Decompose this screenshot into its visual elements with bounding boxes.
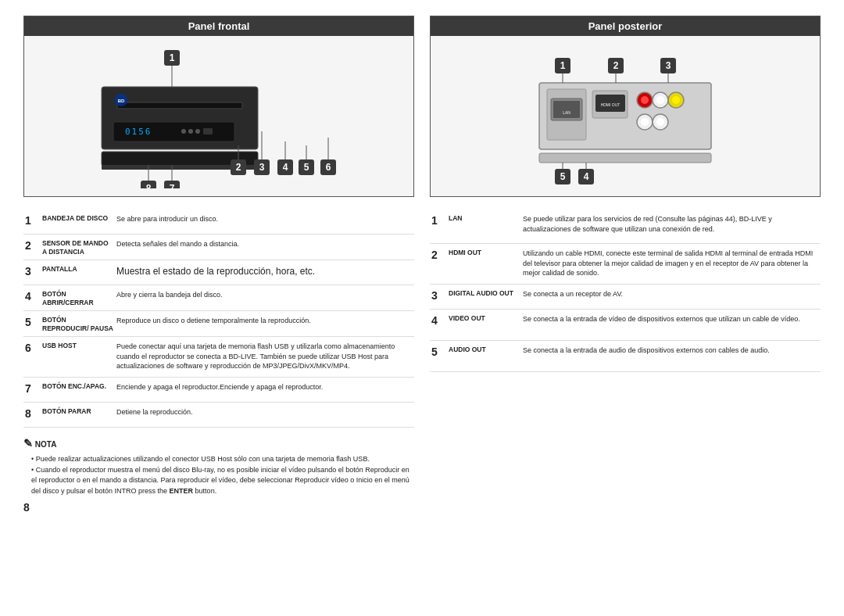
nota-item-1: Puede realizar actualizaciones utilizand… (31, 454, 414, 465)
nota-item-2: Cuando el reproductor muestra el menú de… (31, 465, 414, 497)
post-item-desc-2: Utilizando un cable HDMI, conecte este t… (523, 247, 819, 278)
item-desc-7: Enciende y apaga el reproductor.Enciende… (116, 381, 413, 392)
post-item-num-3: 3 (431, 288, 449, 302)
svg-text:HDMI OUT: HDMI OUT (601, 102, 620, 107)
svg-rect-54 (539, 153, 711, 163)
panel-frontal-image: BD 0156 1 (24, 36, 413, 196)
frontal-item-3: 3 PANTALLA Muestra el estado de la repro… (23, 260, 414, 285)
svg-point-47 (656, 96, 664, 104)
frontal-item-2: 2 SENSOR DE MANDO A DISTANCIA Detecta se… (23, 235, 414, 260)
svg-text:4: 4 (584, 171, 589, 182)
item-num-2: 2 (25, 238, 42, 252)
item-desc-4: Abre y cierra la bandeja del disco. (116, 288, 413, 300)
post-item-desc-4: Se conecta a la entrada de vídeo de disp… (523, 313, 819, 324)
svg-text:8: 8 (146, 183, 152, 188)
page-number: 8 (23, 501, 414, 514)
post-item-desc-3: Se conecta a un receptor de AV. (523, 288, 819, 299)
item-num-4: 4 (25, 288, 42, 303)
svg-point-49 (672, 96, 680, 104)
posterior-item-2: 2 HDMI OUT Utilizando un cable HDMI, con… (430, 244, 821, 285)
svg-rect-1 (117, 102, 242, 109)
post-item-name-4: VIDEO OUT (449, 313, 523, 323)
item-desc-1: Se abre para introducir un disco. (116, 213, 413, 224)
svg-text:3: 3 (259, 162, 265, 173)
svg-point-45 (641, 96, 649, 104)
svg-text:0156: 0156 (125, 127, 152, 137)
panel-posterior-image: LAN HDMI OUT (431, 36, 820, 196)
item-desc-8: Detiene la reproducción. (116, 406, 413, 417)
svg-text:6: 6 (326, 162, 331, 173)
posterior-item-4: 4 VIDEO OUT Se conecta a la entrada de v… (430, 310, 821, 341)
post-item-name-1: LAN (449, 213, 523, 223)
posterior-item-1: 1 LAN Se puede utilizar para los servici… (430, 210, 821, 244)
svg-point-51 (641, 118, 649, 126)
svg-text:2: 2 (613, 60, 619, 71)
svg-rect-39 (553, 101, 580, 118)
panel-frontal-header: Panel frontal (24, 16, 413, 36)
item-desc-2: Detecta señales del mando a distancia. (116, 238, 413, 249)
post-item-num-5: 5 (431, 344, 449, 358)
item-name-8: BOTÓN PARAR (42, 406, 116, 416)
frontal-illustration: BD 0156 1 (86, 44, 352, 188)
item-name-6: USB HOST (42, 340, 116, 350)
svg-text:BD: BD (118, 98, 125, 103)
posterior-illustration: LAN HDMI OUT (492, 44, 758, 188)
svg-rect-9 (203, 128, 213, 134)
item-name-4: BOTÓN ABRIR/CERRAR (42, 288, 116, 307)
post-item-name-5: AUDIO OUT (449, 344, 523, 354)
svg-text:2: 2 (236, 162, 241, 173)
frontal-item-1: 1 BANDEJA DE DISCO Se abre para introduc… (23, 210, 414, 235)
post-item-num-4: 4 (431, 313, 449, 327)
item-name-1: BANDEJA DE DISCO (42, 213, 116, 223)
posterior-table: 1 LAN Se puede utilizar para los servici… (430, 210, 821, 514)
item-name-3: PANTALLA (42, 263, 116, 274)
post-item-desc-5: Se conecta a la entrada de audio de disp… (523, 344, 819, 356)
item-num-7: 7 (25, 381, 42, 395)
item-name-2: SENSOR DE MANDO A DISTANCIA (42, 238, 116, 256)
nota-title: ✎ NOTA (23, 435, 414, 452)
post-item-num-2: 2 (431, 247, 449, 261)
panel-frontal-title: Panel frontal (188, 20, 250, 32)
nota-list: Puede realizar actualizaciones utilizand… (23, 454, 414, 496)
svg-text:3: 3 (666, 60, 671, 71)
svg-point-6 (181, 129, 186, 134)
item-name-7: BOTÓN ENC./APAG. (42, 381, 116, 391)
frontal-item-5: 5 BOTÓN REPRODUCIR/ PAUSA Reproduce un d… (23, 311, 414, 337)
item-num-1: 1 (25, 213, 42, 227)
post-item-desc-1: Se puede utilizar para los servicios de … (523, 213, 819, 234)
frontal-item-6: 6 USB HOST Puede conectar aquí una tarje… (23, 337, 414, 378)
svg-point-53 (656, 118, 664, 126)
item-num-3: 3 (25, 263, 42, 278)
svg-text:LAN: LAN (563, 110, 570, 115)
frontal-item-4: 4 BOTÓN ABRIR/CERRAR Abre y cierra la ba… (23, 285, 414, 311)
svg-text:1: 1 (170, 52, 175, 63)
item-num-8: 8 (25, 406, 42, 420)
panel-frontal: Panel frontal BD 0156 (23, 16, 414, 197)
item-num-6: 6 (25, 340, 42, 354)
svg-text:5: 5 (560, 171, 566, 182)
svg-point-7 (188, 129, 193, 134)
item-num-5: 5 (25, 314, 42, 328)
svg-text:1: 1 (560, 60, 566, 71)
frontal-table: 1 BANDEJA DE DISCO Se abre para introduc… (23, 210, 414, 514)
nota-section: ✎ NOTA Puede realizar actualizaciones ut… (23, 435, 414, 496)
svg-text:4: 4 (283, 162, 288, 173)
svg-text:5: 5 (304, 162, 309, 173)
item-desc-5: Reproduce un disco o detiene temporalmen… (116, 314, 413, 326)
panel-posterior: Panel posterior LAN HDMI OUT (430, 16, 821, 197)
panel-posterior-title: Panel posterior (588, 20, 663, 32)
post-item-name-3: DIGITAL AUDIO OUT (449, 288, 523, 298)
post-item-name-2: HDMI OUT (449, 247, 523, 257)
frontal-item-7: 7 BOTÓN ENC./APAG. Enciende y apaga el r… (23, 378, 414, 403)
item-name-5: BOTÓN REPRODUCIR/ PAUSA (42, 314, 116, 333)
panel-posterior-header: Panel posterior (431, 16, 820, 36)
svg-text:7: 7 (170, 183, 175, 188)
item-desc-3: Muestra el estado de la reproducción, ho… (116, 263, 413, 278)
frontal-item-8: 8 BOTÓN PARAR Detiene la reproducción. (23, 403, 414, 428)
post-item-num-1: 1 (431, 213, 449, 227)
item-desc-6: Puede conectar aquí una tarjeta de memor… (116, 340, 413, 371)
posterior-item-5: 5 AUDIO OUT Se conecta a la entrada de a… (430, 341, 821, 372)
svg-point-8 (195, 129, 200, 134)
posterior-item-3: 3 DIGITAL AUDIO OUT Se conecta a un rece… (430, 285, 821, 310)
